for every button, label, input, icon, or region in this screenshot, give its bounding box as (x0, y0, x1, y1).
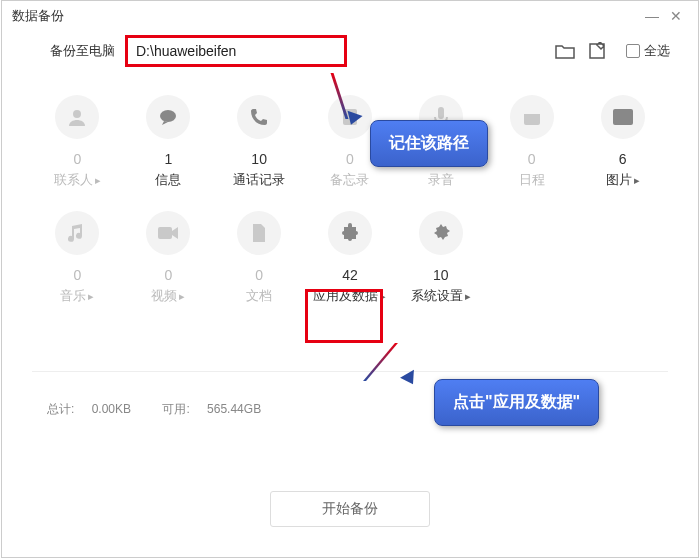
chevron-right-icon: ▸ (465, 290, 471, 302)
category-pictures[interactable]: 6 图片▸ (577, 95, 668, 189)
contact-icon (66, 106, 88, 128)
annotation-callout-apps: 点击"应用及数据" (434, 379, 599, 426)
category-count: 0 (255, 267, 263, 283)
category-count: 10 (433, 267, 449, 283)
select-all-label: 全选 (644, 42, 670, 60)
category-label: 图片 (606, 172, 632, 187)
category-calendar[interactable]: 0 日程 (486, 95, 577, 189)
svg-point-1 (160, 110, 176, 122)
chevron-right-icon: ▸ (634, 174, 640, 186)
category-count: 0 (528, 151, 536, 167)
category-count: 0 (74, 267, 82, 283)
video-icon (157, 225, 179, 241)
category-label: 日程 (519, 172, 545, 187)
category-label: 视频 (151, 288, 177, 303)
category-calllog[interactable]: 10 通话记录 (214, 95, 305, 189)
backup-path-value: D:\huaweibeifen (136, 43, 236, 59)
window-title: 数据备份 (12, 7, 640, 25)
category-count: 0 (164, 267, 172, 283)
category-video[interactable]: 0 视频▸ (123, 211, 214, 305)
svg-rect-3 (438, 107, 444, 119)
picture-icon (612, 108, 634, 126)
free-label: 可用: (162, 402, 189, 416)
total-label: 总计: (47, 402, 74, 416)
svg-rect-7 (158, 227, 172, 239)
puzzle-icon (340, 223, 360, 243)
category-label: 通话记录 (233, 172, 285, 187)
category-label: 联系人 (54, 172, 93, 187)
music-icon (68, 223, 86, 243)
category-label: 文档 (246, 288, 272, 303)
backup-to-label: 备份至电脑 (50, 42, 115, 60)
category-count: 42 (342, 267, 358, 283)
category-count: 6 (619, 151, 627, 167)
folder-icon (555, 43, 575, 59)
close-button[interactable]: ✕ (664, 8, 688, 24)
svg-rect-6 (613, 109, 633, 125)
checkbox-icon (626, 44, 640, 58)
annotation-highlight-apps (305, 289, 383, 343)
category-documents[interactable]: 0 文档 (214, 211, 305, 305)
free-value: 565.44GB (207, 402, 261, 416)
calendar-icon (522, 107, 542, 127)
gear-icon (431, 223, 451, 243)
chevron-right-icon: ▸ (179, 290, 185, 302)
document-icon (251, 223, 267, 243)
select-all-checkbox[interactable]: 全选 (626, 42, 670, 60)
category-label: 录音 (428, 172, 454, 187)
start-backup-label: 开始备份 (322, 500, 378, 516)
total-value: 0.00KB (92, 402, 131, 416)
divider (32, 371, 668, 372)
category-label: 音乐 (60, 288, 86, 303)
titlebar: 数据备份 — ✕ (2, 1, 698, 31)
annotation-callout-path: 记住该路径 (370, 120, 488, 167)
category-count: 10 (251, 151, 267, 167)
category-label: 系统设置 (411, 288, 463, 303)
category-count: 1 (164, 151, 172, 167)
category-grid: 0 联系人▸ 1 信息 10 通话记录 0 备忘录 0 录音 0 日程 (2, 71, 698, 309)
message-icon (157, 106, 179, 128)
edit-path-button[interactable] (586, 40, 608, 62)
minimize-button[interactable]: — (640, 8, 664, 24)
category-contacts[interactable]: 0 联系人▸ (32, 95, 123, 189)
app-window: 数据备份 — ✕ 备份至电脑 D:\huaweibeifen 全选 0 (1, 0, 699, 558)
category-count: 0 (74, 151, 82, 167)
chevron-right-icon: ▸ (95, 174, 101, 186)
category-label: 信息 (155, 172, 181, 187)
edit-icon (588, 42, 606, 60)
category-label: 备忘录 (330, 172, 369, 187)
start-backup-button[interactable]: 开始备份 (270, 491, 430, 527)
chevron-right-icon: ▸ (88, 290, 94, 302)
storage-stats: 总计: 0.00KB 可用: 565.44GB (47, 401, 289, 418)
category-count: 0 (346, 151, 354, 167)
path-row: 备份至电脑 D:\huaweibeifen 全选 (2, 31, 698, 71)
svg-point-0 (73, 110, 81, 118)
category-messages[interactable]: 1 信息 (123, 95, 214, 189)
phone-icon (249, 107, 269, 127)
browse-folder-button[interactable] (554, 40, 576, 62)
category-music[interactable]: 0 音乐▸ (32, 211, 123, 305)
backup-path-input[interactable]: D:\huaweibeifen (125, 35, 347, 67)
category-system-settings[interactable]: 10 系统设置▸ (395, 211, 486, 305)
svg-rect-5 (524, 110, 540, 114)
